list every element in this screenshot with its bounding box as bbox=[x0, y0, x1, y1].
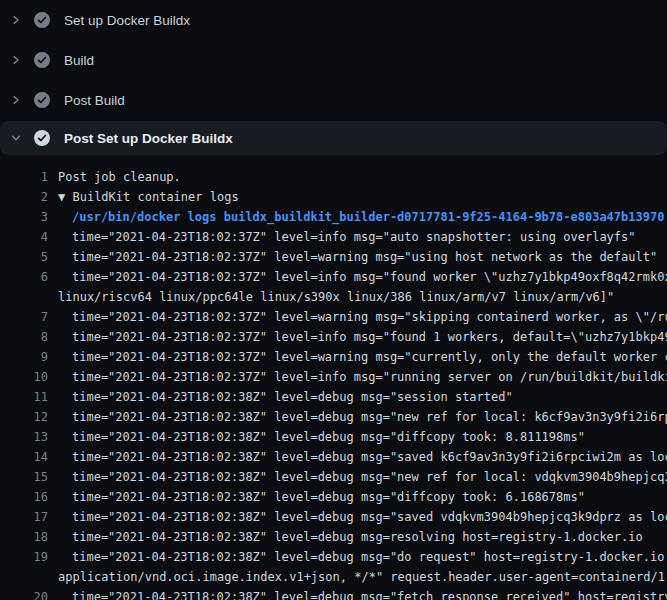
log-output: 1Post job cleanup.2▼ BuildKit container … bbox=[0, 155, 667, 600]
line-number[interactable]: 17 bbox=[0, 507, 48, 527]
chevron-right-icon bbox=[8, 92, 24, 108]
log-row: 12time="2021-04-23T18:02:38Z" level=debu… bbox=[0, 407, 667, 427]
line-number[interactable]: 18 bbox=[0, 527, 48, 547]
check-circle-icon bbox=[34, 52, 50, 68]
line-number[interactable]: 11 bbox=[0, 387, 48, 407]
step-label: Post Build bbox=[64, 93, 125, 108]
log-row: 1Post job cleanup. bbox=[0, 167, 667, 187]
line-number[interactable]: 15 bbox=[0, 467, 48, 487]
log-row: linux/riscv64 linux/ppc64le linux/s390x … bbox=[0, 287, 667, 307]
line-number[interactable]: 6 bbox=[0, 267, 48, 287]
line-number[interactable]: 2 bbox=[0, 187, 48, 207]
log-group-title: ▼ BuildKit container logs bbox=[58, 187, 239, 207]
check-circle-icon bbox=[34, 12, 50, 28]
log-row: 9time="2021-04-23T18:02:37Z" level=warni… bbox=[0, 347, 667, 367]
log-text: application/vnd.oci.image.index.v1+json,… bbox=[58, 567, 667, 587]
line-number[interactable]: 8 bbox=[0, 327, 48, 347]
log-text: time="2021-04-23T18:02:37Z" level=info m… bbox=[72, 327, 667, 347]
log-text: time="2021-04-23T18:02:38Z" level=debug … bbox=[72, 427, 585, 447]
log-row: 15time="2021-04-23T18:02:38Z" level=debu… bbox=[0, 467, 667, 487]
log-row: 14time="2021-04-23T18:02:38Z" level=debu… bbox=[0, 447, 667, 467]
log-text: linux/riscv64 linux/ppc64le linux/s390x … bbox=[58, 287, 614, 307]
line-number[interactable]: 1 bbox=[0, 167, 48, 187]
steps-list: Set up Docker BuildxBuildPost BuildPost … bbox=[0, 0, 667, 155]
step-label: Build bbox=[64, 53, 94, 68]
line-number[interactable]: 9 bbox=[0, 347, 48, 367]
check-circle-icon bbox=[34, 92, 50, 108]
chevron-right-icon bbox=[8, 52, 24, 68]
log-text: time="2021-04-23T18:02:38Z" level=debug … bbox=[72, 387, 513, 407]
line-number[interactable]: 10 bbox=[0, 367, 48, 387]
log-row: 19time="2021-04-23T18:02:38Z" level=debu… bbox=[0, 547, 667, 567]
log-text: time="2021-04-23T18:02:38Z" level=debug … bbox=[72, 527, 643, 547]
chevron-down-icon bbox=[8, 130, 24, 146]
line-number[interactable]: 14 bbox=[0, 447, 48, 467]
log-row: 16time="2021-04-23T18:02:38Z" level=debu… bbox=[0, 487, 667, 507]
log-text: time="2021-04-23T18:02:38Z" level=debug … bbox=[72, 407, 667, 427]
log-text: time="2021-04-23T18:02:37Z" level=warnin… bbox=[72, 307, 667, 327]
log-text: time="2021-04-23T18:02:38Z" level=debug … bbox=[72, 447, 667, 467]
log-text: time="2021-04-23T18:02:37Z" level=info m… bbox=[72, 267, 667, 287]
log-command-text: /usr/bin/docker logs buildx_buildkit_bui… bbox=[72, 207, 664, 227]
line-number[interactable]: 7 bbox=[0, 307, 48, 327]
step-row-post-build[interactable]: Post Build bbox=[0, 80, 667, 120]
log-text: time="2021-04-23T18:02:38Z" level=debug … bbox=[72, 587, 667, 600]
line-number[interactable]: 13 bbox=[0, 427, 48, 447]
log-row: 8time="2021-04-23T18:02:37Z" level=info … bbox=[0, 327, 667, 347]
check-circle-icon bbox=[34, 130, 50, 146]
log-text: time="2021-04-23T18:02:37Z" level=warnin… bbox=[72, 347, 667, 367]
log-row: 5time="2021-04-23T18:02:37Z" level=warni… bbox=[0, 247, 667, 267]
log-row: 18time="2021-04-23T18:02:38Z" level=debu… bbox=[0, 527, 667, 547]
log-row: 3/usr/bin/docker logs buildx_buildkit_bu… bbox=[0, 207, 667, 227]
step-row-build[interactable]: Build bbox=[0, 40, 667, 80]
step-label: Post Set up Docker Buildx bbox=[64, 131, 233, 146]
log-row: 2▼ BuildKit container logs bbox=[0, 187, 667, 207]
log-row: 17time="2021-04-23T18:02:38Z" level=debu… bbox=[0, 507, 667, 527]
log-text: time="2021-04-23T18:02:38Z" level=debug … bbox=[72, 547, 667, 567]
log-text: time="2021-04-23T18:02:38Z" level=debug … bbox=[72, 507, 667, 527]
step-label: Set up Docker Buildx bbox=[64, 13, 190, 28]
log-text: time="2021-04-23T18:02:37Z" level=warnin… bbox=[72, 247, 657, 267]
line-number[interactable]: 19 bbox=[0, 547, 48, 567]
log-row: 10time="2021-04-23T18:02:37Z" level=info… bbox=[0, 367, 667, 387]
line-number[interactable]: 20 bbox=[0, 587, 48, 600]
line-number bbox=[0, 567, 48, 587]
log-text: time="2021-04-23T18:02:37Z" level=info m… bbox=[72, 227, 636, 247]
log-row: 13time="2021-04-23T18:02:38Z" level=debu… bbox=[0, 427, 667, 447]
log-row: 11time="2021-04-23T18:02:38Z" level=debu… bbox=[0, 387, 667, 407]
log-row: 7time="2021-04-23T18:02:37Z" level=warni… bbox=[0, 307, 667, 327]
line-number[interactable]: 12 bbox=[0, 407, 48, 427]
step-row-post-set-up-docker-buildx[interactable]: Post Set up Docker Buildx bbox=[0, 121, 667, 155]
log-row: 6time="2021-04-23T18:02:37Z" level=info … bbox=[0, 267, 667, 287]
line-number bbox=[0, 287, 48, 307]
chevron-right-icon bbox=[8, 12, 24, 28]
line-number[interactable]: 4 bbox=[0, 227, 48, 247]
log-row: 4time="2021-04-23T18:02:37Z" level=info … bbox=[0, 227, 667, 247]
line-number[interactable]: 3 bbox=[0, 207, 48, 227]
line-number[interactable]: 16 bbox=[0, 487, 48, 507]
log-text: time="2021-04-23T18:02:38Z" level=debug … bbox=[72, 487, 585, 507]
log-row: application/vnd.oci.image.index.v1+json,… bbox=[0, 567, 667, 587]
log-group-label-text: BuildKit container logs bbox=[72, 190, 238, 204]
line-number[interactable]: 5 bbox=[0, 247, 48, 267]
log-row: 20time="2021-04-23T18:02:38Z" level=debu… bbox=[0, 587, 667, 600]
log-text: Post job cleanup. bbox=[58, 167, 181, 187]
log-text: time="2021-04-23T18:02:37Z" level=info m… bbox=[72, 367, 667, 387]
log-text: time="2021-04-23T18:02:38Z" level=debug … bbox=[72, 467, 667, 487]
step-row-set-up-docker-buildx[interactable]: Set up Docker Buildx bbox=[0, 0, 667, 40]
